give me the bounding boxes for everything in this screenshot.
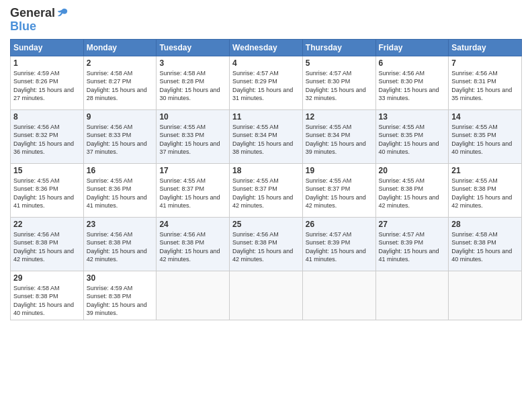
calendar-day-cell: 5Sunrise: 4:57 AMSunset: 8:30 PMDaylight… [302,56,375,109]
day-info: Sunrise: 4:58 AMSunset: 8:27 PMDaylight:… [87,69,154,103]
day-of-week-header: Thursday [302,39,375,56]
day-number: 8 [13,112,81,122]
calendar-day-cell: 7Sunrise: 4:56 AMSunset: 8:31 PMDaylight… [449,56,522,109]
day-info: Sunrise: 4:55 AMSunset: 8:37 PMDaylight:… [159,177,226,210]
logo: General Blue [10,7,69,34]
day-number: 12 [306,112,373,122]
day-number: 23 [87,220,154,229]
day-info: Sunrise: 4:55 AMSunset: 8:35 PMDaylight:… [451,123,519,156]
calendar-day-cell [157,271,230,320]
day-info: Sunrise: 4:55 AMSunset: 8:37 PMDaylight:… [306,177,373,210]
header: General Blue [10,7,522,34]
day-info: Sunrise: 4:56 AMSunset: 8:31 PMDaylight:… [451,69,519,103]
calendar-day-cell: 12Sunrise: 4:55 AMSunset: 8:34 PMDayligh… [302,109,375,163]
day-info: Sunrise: 4:58 AMSunset: 8:28 PMDaylight:… [159,69,226,103]
logo-block: General Blue [10,7,69,34]
day-number: 16 [87,166,154,175]
day-info: Sunrise: 4:57 AMSunset: 8:39 PMDaylight:… [306,230,373,264]
calendar-day-cell: 4Sunrise: 4:57 AMSunset: 8:29 PMDaylight… [230,56,303,109]
day-number: 1 [13,58,81,68]
calendar-day-cell: 10Sunrise: 4:55 AMSunset: 8:33 PMDayligh… [157,109,230,163]
calendar-table: SundayMondayTuesdayWednesdayThursdayFrid… [10,39,522,320]
page: General Blue SundayMondayTuesdayWednesda… [0,0,532,411]
day-info: Sunrise: 4:57 AMSunset: 8:39 PMDaylight:… [379,230,446,264]
day-number: 18 [232,166,300,175]
day-number: 21 [451,166,519,175]
day-of-week-header: Saturday [449,39,522,56]
calendar-day-cell: 15Sunrise: 4:55 AMSunset: 8:36 PMDayligh… [11,163,84,217]
day-info: Sunrise: 4:58 AMSunset: 8:38 PMDaylight:… [13,284,81,318]
calendar-day-cell: 2Sunrise: 4:58 AMSunset: 8:27 PMDaylight… [83,56,157,109]
calendar-day-cell: 11Sunrise: 4:55 AMSunset: 8:34 PMDayligh… [230,109,303,163]
day-number: 27 [379,220,446,229]
day-info: Sunrise: 4:56 AMSunset: 8:30 PMDaylight:… [379,69,446,103]
calendar-header-row: SundayMondayTuesdayWednesdayThursdayFrid… [11,39,522,56]
calendar-day-cell: 6Sunrise: 4:56 AMSunset: 8:30 PMDaylight… [375,56,449,109]
day-of-week-header: Wednesday [230,39,303,56]
calendar-day-cell [230,271,303,320]
day-number: 24 [159,220,226,229]
calendar-week-row: 1Sunrise: 4:59 AMSunset: 8:26 PMDaylight… [11,56,522,109]
calendar-day-cell: 19Sunrise: 4:55 AMSunset: 8:37 PMDayligh… [302,163,375,217]
day-info: Sunrise: 4:59 AMSunset: 8:26 PMDaylight:… [13,69,81,103]
day-of-week-header: Monday [83,39,157,56]
calendar-day-cell: 26Sunrise: 4:57 AMSunset: 8:39 PMDayligh… [302,217,375,271]
day-number: 28 [451,220,519,229]
day-number: 2 [87,58,154,68]
calendar-day-cell: 22Sunrise: 4:56 AMSunset: 8:38 PMDayligh… [11,217,84,271]
day-number: 13 [379,112,446,122]
calendar-day-cell: 1Sunrise: 4:59 AMSunset: 8:26 PMDaylight… [11,56,84,109]
calendar-day-cell: 9Sunrise: 4:56 AMSunset: 8:33 PMDaylight… [83,109,157,163]
day-info: Sunrise: 4:56 AMSunset: 8:32 PMDaylight:… [13,123,81,156]
day-number: 9 [87,112,154,122]
calendar-day-cell [449,271,522,320]
calendar-day-cell: 3Sunrise: 4:58 AMSunset: 8:28 PMDaylight… [157,56,230,109]
calendar-day-cell: 21Sunrise: 4:55 AMSunset: 8:38 PMDayligh… [449,163,522,217]
day-number: 7 [451,58,519,68]
calendar-day-cell: 18Sunrise: 4:55 AMSunset: 8:37 PMDayligh… [230,163,303,217]
calendar-day-cell [375,271,449,320]
day-info: Sunrise: 4:55 AMSunset: 8:36 PMDaylight:… [87,177,154,210]
day-number: 25 [232,220,300,229]
day-number: 29 [13,273,81,283]
day-info: Sunrise: 4:59 AMSunset: 8:38 PMDaylight:… [87,284,154,318]
day-info: Sunrise: 4:56 AMSunset: 8:38 PMDaylight:… [13,230,81,264]
logo-bird-icon [56,7,69,19]
day-number: 19 [306,166,373,175]
day-number: 10 [159,112,226,122]
day-number: 15 [13,166,81,175]
calendar-day-cell: 13Sunrise: 4:55 AMSunset: 8:35 PMDayligh… [375,109,449,163]
day-info: Sunrise: 4:56 AMSunset: 8:38 PMDaylight:… [232,230,300,264]
day-number: 5 [306,58,373,68]
calendar-day-cell: 20Sunrise: 4:55 AMSunset: 8:38 PMDayligh… [375,163,449,217]
day-number: 22 [13,220,81,229]
day-info: Sunrise: 4:56 AMSunset: 8:38 PMDaylight:… [87,230,154,264]
calendar-day-cell: 24Sunrise: 4:56 AMSunset: 8:38 PMDayligh… [157,217,230,271]
day-number: 14 [451,112,519,122]
calendar-day-cell [302,271,375,320]
day-info: Sunrise: 4:55 AMSunset: 8:37 PMDaylight:… [232,177,300,210]
day-number: 26 [306,220,373,229]
day-info: Sunrise: 4:58 AMSunset: 8:38 PMDaylight:… [451,230,519,264]
calendar-week-row: 22Sunrise: 4:56 AMSunset: 8:38 PMDayligh… [11,217,522,271]
day-info: Sunrise: 4:55 AMSunset: 8:38 PMDaylight:… [379,177,446,210]
day-of-week-header: Friday [375,39,449,56]
calendar-day-cell: 25Sunrise: 4:56 AMSunset: 8:38 PMDayligh… [230,217,303,271]
calendar-day-cell: 14Sunrise: 4:55 AMSunset: 8:35 PMDayligh… [449,109,522,163]
day-info: Sunrise: 4:57 AMSunset: 8:29 PMDaylight:… [232,69,300,103]
day-number: 3 [159,58,226,68]
calendar-day-cell: 30Sunrise: 4:59 AMSunset: 8:38 PMDayligh… [83,271,157,320]
calendar-day-cell: 27Sunrise: 4:57 AMSunset: 8:39 PMDayligh… [375,217,449,271]
calendar-day-cell: 23Sunrise: 4:56 AMSunset: 8:38 PMDayligh… [83,217,157,271]
day-of-week-header: Sunday [11,39,84,56]
day-info: Sunrise: 4:57 AMSunset: 8:30 PMDaylight:… [306,69,373,103]
day-info: Sunrise: 4:56 AMSunset: 8:38 PMDaylight:… [159,230,226,264]
day-info: Sunrise: 4:55 AMSunset: 8:35 PMDaylight:… [379,123,446,156]
calendar-week-row: 8Sunrise: 4:56 AMSunset: 8:32 PMDaylight… [11,109,522,163]
calendar-day-cell: 17Sunrise: 4:55 AMSunset: 8:37 PMDayligh… [157,163,230,217]
day-info: Sunrise: 4:55 AMSunset: 8:34 PMDaylight:… [306,123,373,156]
day-number: 30 [87,273,154,283]
logo-general: General [10,6,55,19]
calendar-week-row: 15Sunrise: 4:55 AMSunset: 8:36 PMDayligh… [11,163,522,217]
day-number: 6 [379,58,446,68]
